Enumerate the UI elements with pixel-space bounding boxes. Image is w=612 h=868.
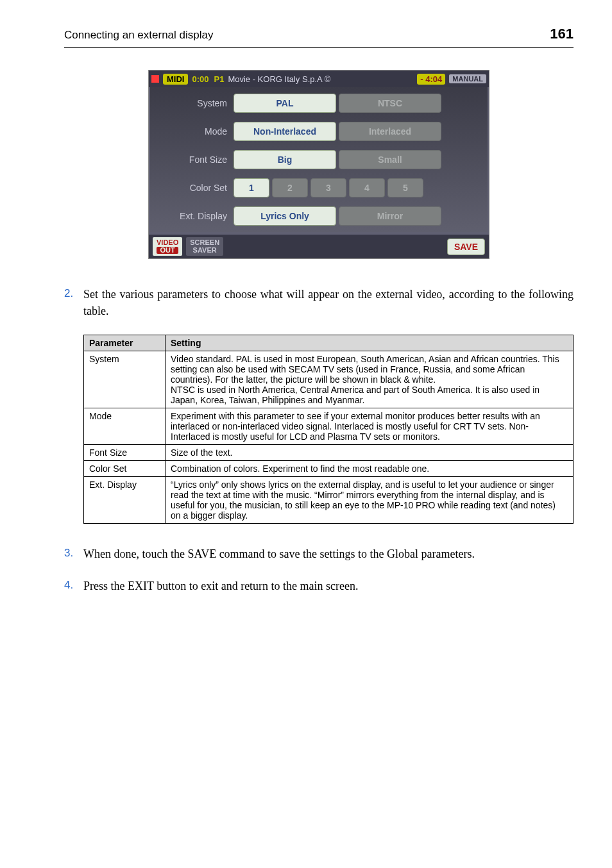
tab-screen-line1: SCREEN [190, 238, 219, 246]
label-system: System [157, 98, 234, 108]
cell-setting-color-set: Combination of colors. Experiment to fin… [166, 461, 574, 477]
ui-body: System PAL NTSC Mode Non-Interlaced Inte… [149, 87, 489, 233]
step-2: 2. Set the various parameters to choose … [64, 286, 574, 319]
step-2-number: 2. [64, 286, 83, 319]
tab-screen-line2: SAVER [193, 246, 217, 254]
cell-setting-ext-display: “Lyrics only” only shows lyrics on the e… [166, 477, 574, 524]
tab-screen-saver[interactable]: SCREEN SAVER [186, 237, 223, 256]
row-ext-display: Ext. Display Lyrics Only Mirror [157, 206, 481, 226]
save-button[interactable]: SAVE [447, 238, 485, 255]
tab-video-line1: VIDEO [157, 238, 178, 246]
step-2-text: Set the various parameters to choose wha… [83, 286, 574, 319]
step-4-number: 4. [64, 578, 83, 594]
track-name: Movie - KORG Italy S.p.A © [228, 74, 330, 84]
system-ntsc-button[interactable]: NTSC [339, 94, 441, 113]
font-big-button[interactable]: Big [234, 150, 336, 169]
colorset-2-button[interactable]: 2 [272, 178, 308, 197]
system-pal-button[interactable]: PAL [234, 94, 336, 113]
step-4-text: Press the EXIT button to exit and return… [83, 578, 574, 594]
ui-footer: VIDEO OUT SCREEN SAVER SAVE [149, 233, 489, 258]
cell-setting-mode: Experiment with this parameter to see if… [166, 408, 574, 445]
label-color-set: Color Set [157, 183, 234, 193]
colorset-5-button[interactable]: 5 [387, 178, 423, 197]
tab-video-line2: OUT [157, 247, 178, 254]
manual-badge: MANUAL [449, 74, 486, 83]
label-font-size: Font Size [157, 154, 234, 165]
colorset-4-button[interactable]: 4 [349, 178, 385, 197]
mode-noninterlaced-button[interactable]: Non-Interlaced [234, 122, 336, 141]
cell-param-ext-display: Ext. Display [84, 477, 166, 524]
colorset-1-button[interactable]: 1 [234, 178, 269, 197]
cell-param-color-set: Color Set [84, 461, 166, 477]
row-mode: Mode Non-Interlaced Interlaced [157, 122, 481, 141]
header-rule [64, 47, 574, 48]
page-header: Connecting an external display 161 [64, 26, 574, 42]
cell-param-mode: Mode [84, 408, 166, 445]
table-row: Font Size Size of the text. [84, 445, 574, 461]
remaining-time: - 4:04 [417, 74, 445, 85]
extdisplay-mirror-button[interactable]: Mirror [339, 206, 441, 226]
extdisplay-lyrics-button[interactable]: Lyrics Only [234, 206, 336, 226]
cell-setting-system: Video standard. PAL is used in most Euro… [166, 351, 574, 408]
step-3: 3. When done, touch the SAVE command to … [64, 546, 574, 562]
cell-param-system: System [84, 351, 166, 408]
table-row: Color Set Combination of colors. Experim… [84, 461, 574, 477]
row-color-set: Color Set 1 2 3 4 5 [157, 178, 481, 197]
label-ext-display: Ext. Display [157, 211, 234, 221]
th-parameter: Parameter [84, 335, 166, 351]
label-mode: Mode [157, 126, 234, 137]
tab-video-out[interactable]: VIDEO OUT [153, 237, 182, 256]
mode-interlaced-button[interactable]: Interlaced [339, 122, 441, 141]
table-row: Mode Experiment with this parameter to s… [84, 408, 574, 445]
stop-icon [151, 75, 159, 83]
table-row: Ext. Display “Lyrics only” only shows ly… [84, 477, 574, 524]
step-3-text: When done, touch the SAVE command to sav… [83, 546, 574, 562]
device-ui: MIDI 0:00 P1 Movie - KORG Italy S.p.A © … [148, 70, 489, 259]
ui-titlebar: MIDI 0:00 P1 Movie - KORG Italy S.p.A © … [149, 71, 489, 87]
colorset-3-button[interactable]: 3 [310, 178, 346, 197]
font-small-button[interactable]: Small [339, 150, 441, 169]
table-row: System Video standard. PAL is used in mo… [84, 351, 574, 408]
parameter-table: Parameter Setting System Video standard.… [83, 335, 574, 524]
header-title: Connecting an external display [64, 29, 213, 42]
row-system: System PAL NTSC [157, 94, 481, 113]
header-page-number: 161 [550, 26, 574, 42]
cell-param-font-size: Font Size [84, 445, 166, 461]
cell-setting-font-size: Size of the text. [166, 445, 574, 461]
step-4: 4. Press the EXIT button to exit and ret… [64, 578, 574, 594]
th-setting: Setting [166, 335, 574, 351]
elapsed-time: 0:00 [192, 74, 208, 84]
row-font-size: Font Size Big Small [157, 150, 481, 169]
step-3-number: 3. [64, 546, 83, 562]
midi-badge: MIDI [163, 74, 188, 85]
p1-label: P1 [214, 74, 224, 84]
